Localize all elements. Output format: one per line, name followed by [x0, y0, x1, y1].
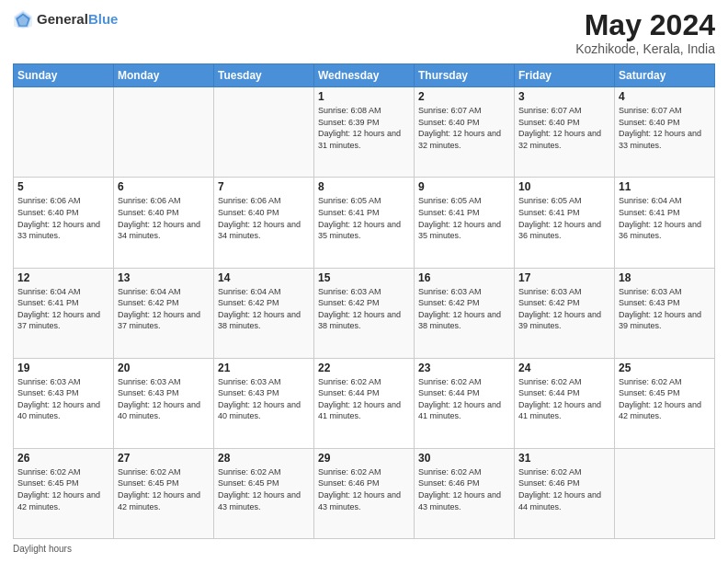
day-number: 9 — [418, 180, 510, 193]
day-number: 16 — [418, 271, 510, 284]
day-info: Sunrise: 6:06 AMSunset: 6:40 PMDaylight:… — [118, 195, 210, 241]
day-number: 23 — [418, 362, 510, 374]
calendar-day-cell: 6Sunrise: 6:06 AMSunset: 6:40 PMDaylight… — [114, 178, 214, 268]
calendar-day-cell: 17Sunrise: 6:03 AMSunset: 6:42 PMDayligh… — [515, 268, 615, 358]
calendar-day-cell — [615, 448, 715, 538]
day-number: 3 — [518, 90, 610, 103]
day-number: 12 — [17, 271, 109, 284]
day-number: 15 — [318, 271, 410, 284]
calendar-day-cell: 23Sunrise: 6:02 AMSunset: 6:44 PMDayligh… — [415, 358, 515, 448]
day-info: Sunrise: 6:06 AMSunset: 6:40 PMDaylight:… — [17, 195, 109, 241]
calendar-day-cell: 22Sunrise: 6:02 AMSunset: 6:44 PMDayligh… — [314, 358, 415, 448]
calendar-day-cell: 13Sunrise: 6:04 AMSunset: 6:42 PMDayligh… — [114, 268, 214, 358]
day-info: Sunrise: 6:04 AMSunset: 6:42 PMDaylight:… — [218, 286, 310, 332]
day-number: 21 — [218, 362, 310, 374]
day-number: 17 — [518, 271, 610, 284]
calendar-day-cell: 25Sunrise: 6:02 AMSunset: 6:45 PMDayligh… — [615, 358, 715, 448]
calendar-day-cell: 24Sunrise: 6:02 AMSunset: 6:44 PMDayligh… — [515, 358, 615, 448]
calendar-day-cell — [14, 87, 114, 178]
logo-icon — [13, 9, 33, 29]
calendar-day-cell: 20Sunrise: 6:03 AMSunset: 6:43 PMDayligh… — [114, 358, 214, 448]
day-number: 13 — [118, 271, 210, 284]
weekday-header: Monday — [114, 64, 214, 87]
calendar-day-cell: 12Sunrise: 6:04 AMSunset: 6:41 PMDayligh… — [14, 268, 114, 358]
calendar-week-row: 19Sunrise: 6:03 AMSunset: 6:43 PMDayligh… — [14, 358, 715, 448]
day-info: Sunrise: 6:02 AMSunset: 6:44 PMDaylight:… — [418, 376, 510, 422]
day-info: Sunrise: 6:03 AMSunset: 6:43 PMDaylight:… — [619, 286, 711, 332]
title-block: May 2024 Kozhikode, Kerala, India — [575, 9, 715, 56]
day-info: Sunrise: 6:04 AMSunset: 6:42 PMDaylight:… — [118, 286, 210, 332]
calendar-day-cell: 10Sunrise: 6:05 AMSunset: 6:41 PMDayligh… — [515, 178, 615, 268]
weekday-header-row: SundayMondayTuesdayWednesdayThursdayFrid… — [14, 64, 715, 87]
logo-blue: Blue — [88, 11, 119, 27]
day-number: 5 — [17, 180, 109, 193]
day-info: Sunrise: 6:03 AMSunset: 6:42 PMDaylight:… — [418, 286, 510, 332]
calendar-week-row: 5Sunrise: 6:06 AMSunset: 6:40 PMDaylight… — [14, 178, 715, 268]
day-number: 27 — [118, 452, 210, 465]
calendar-week-row: 1Sunrise: 6:08 AMSunset: 6:39 PMDaylight… — [14, 87, 715, 178]
calendar-day-cell: 15Sunrise: 6:03 AMSunset: 6:42 PMDayligh… — [314, 268, 415, 358]
day-info: Sunrise: 6:03 AMSunset: 6:43 PMDaylight:… — [118, 376, 210, 422]
calendar-day-cell: 4Sunrise: 6:07 AMSunset: 6:40 PMDaylight… — [615, 87, 715, 178]
weekday-header: Tuesday — [214, 64, 314, 87]
calendar-day-cell: 26Sunrise: 6:02 AMSunset: 6:45 PMDayligh… — [14, 448, 114, 538]
day-number: 6 — [118, 180, 210, 193]
day-number: 10 — [518, 180, 610, 193]
day-number: 18 — [619, 271, 711, 284]
calendar-day-cell: 19Sunrise: 6:03 AMSunset: 6:43 PMDayligh… — [14, 358, 114, 448]
logo-text: GeneralBlue — [37, 11, 118, 28]
calendar-day-cell: 2Sunrise: 6:07 AMSunset: 6:40 PMDaylight… — [415, 87, 515, 178]
calendar-day-cell: 18Sunrise: 6:03 AMSunset: 6:43 PMDayligh… — [615, 268, 715, 358]
day-number: 25 — [619, 362, 711, 374]
logo-general: General — [37, 11, 88, 27]
day-number: 2 — [418, 90, 510, 103]
logo: GeneralBlue — [13, 9, 118, 29]
title-location: Kozhikode, Kerala, India — [575, 41, 715, 56]
day-info: Sunrise: 6:02 AMSunset: 6:44 PMDaylight:… — [318, 376, 410, 422]
calendar-table: SundayMondayTuesdayWednesdayThursdayFrid… — [13, 63, 715, 539]
calendar-week-row: 26Sunrise: 6:02 AMSunset: 6:45 PMDayligh… — [14, 448, 715, 538]
day-info: Sunrise: 6:05 AMSunset: 6:41 PMDaylight:… — [518, 195, 610, 241]
calendar-day-cell: 9Sunrise: 6:05 AMSunset: 6:41 PMDaylight… — [415, 178, 515, 268]
day-number: 24 — [518, 362, 610, 374]
day-info: Sunrise: 6:02 AMSunset: 6:46 PMDaylight:… — [318, 466, 410, 512]
day-info: Sunrise: 6:04 AMSunset: 6:41 PMDaylight:… — [619, 195, 711, 241]
day-info: Sunrise: 6:02 AMSunset: 6:45 PMDaylight:… — [17, 466, 109, 512]
calendar-day-cell: 28Sunrise: 6:02 AMSunset: 6:45 PMDayligh… — [214, 448, 314, 538]
day-number: 20 — [118, 362, 210, 374]
day-info: Sunrise: 6:03 AMSunset: 6:43 PMDaylight:… — [218, 376, 310, 422]
day-info: Sunrise: 6:07 AMSunset: 6:40 PMDaylight:… — [418, 105, 510, 151]
day-info: Sunrise: 6:06 AMSunset: 6:40 PMDaylight:… — [218, 195, 310, 241]
footer: Daylight hours — [13, 544, 715, 554]
title-month: May 2024 — [575, 9, 715, 41]
calendar-day-cell — [114, 87, 214, 178]
day-number: 26 — [17, 452, 109, 465]
day-number: 11 — [619, 180, 711, 193]
day-info: Sunrise: 6:07 AMSunset: 6:40 PMDaylight:… — [518, 105, 610, 151]
weekday-header: Thursday — [415, 64, 515, 87]
weekday-header: Friday — [515, 64, 615, 87]
day-number: 29 — [318, 452, 410, 465]
day-info: Sunrise: 6:02 AMSunset: 6:46 PMDaylight:… — [518, 466, 610, 512]
day-number: 19 — [17, 362, 109, 374]
day-number: 7 — [218, 180, 310, 193]
day-info: Sunrise: 6:02 AMSunset: 6:44 PMDaylight:… — [518, 376, 610, 422]
calendar-day-cell: 16Sunrise: 6:03 AMSunset: 6:42 PMDayligh… — [415, 268, 515, 358]
weekday-header: Sunday — [14, 64, 114, 87]
page: GeneralBlue May 2024 Kozhikode, Kerala, … — [0, 0, 728, 563]
day-info: Sunrise: 6:03 AMSunset: 6:43 PMDaylight:… — [17, 376, 109, 422]
weekday-header: Saturday — [615, 64, 715, 87]
day-info: Sunrise: 6:07 AMSunset: 6:40 PMDaylight:… — [619, 105, 711, 151]
day-info: Sunrise: 6:05 AMSunset: 6:41 PMDaylight:… — [318, 195, 410, 241]
day-number: 22 — [318, 362, 410, 374]
day-number: 4 — [619, 90, 711, 103]
footer-label: Daylight hours — [13, 544, 72, 554]
calendar-day-cell: 7Sunrise: 6:06 AMSunset: 6:40 PMDaylight… — [214, 178, 314, 268]
day-info: Sunrise: 6:05 AMSunset: 6:41 PMDaylight:… — [418, 195, 510, 241]
calendar-day-cell: 1Sunrise: 6:08 AMSunset: 6:39 PMDaylight… — [314, 87, 415, 178]
calendar-day-cell: 30Sunrise: 6:02 AMSunset: 6:46 PMDayligh… — [415, 448, 515, 538]
calendar-day-cell: 21Sunrise: 6:03 AMSunset: 6:43 PMDayligh… — [214, 358, 314, 448]
day-info: Sunrise: 6:02 AMSunset: 6:46 PMDaylight:… — [418, 466, 510, 512]
day-info: Sunrise: 6:08 AMSunset: 6:39 PMDaylight:… — [318, 105, 410, 151]
day-number: 1 — [318, 90, 410, 103]
